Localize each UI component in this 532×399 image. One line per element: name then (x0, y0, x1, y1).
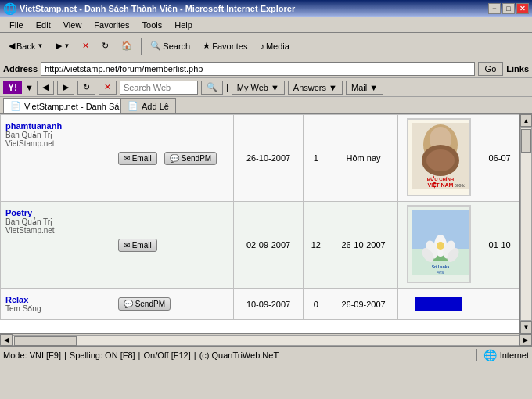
join-date-1: 26-10-2007 (234, 115, 303, 202)
page-icon-2: 📄 (128, 101, 138, 111)
svg-text:BƯU CHÍNH: BƯU CHÍNH (427, 175, 454, 182)
tab-vietstamp[interactable]: 📄 VietStamp.net - Danh Sách Thà... ✕ (3, 98, 120, 113)
username-link-1[interactable]: phamtuananh (5, 121, 62, 131)
status-mode: Mode: VNI [F9] (3, 350, 61, 360)
menu-view[interactable]: View (57, 19, 88, 31)
stop-button[interactable]: ✕ (77, 36, 95, 56)
scroll-down-button[interactable]: ▼ (520, 321, 532, 333)
tab-label-1: VietStamp.net - Danh Sách Thà... (24, 102, 120, 111)
favorites-button[interactable]: ★ Favorites (197, 36, 253, 56)
tab-label-2: Add Lê (142, 102, 169, 111)
email-button-1[interactable]: ✉ Email (118, 152, 157, 165)
username-link-2[interactable]: Poetry (5, 208, 32, 217)
forward-arrow-icon: ▼ (63, 42, 70, 49)
menu-file[interactable]: File (3, 19, 30, 31)
yahoo-forward-button[interactable]: ▶ (57, 81, 74, 95)
h-scroll-thumb[interactable] (14, 336, 77, 346)
forward-button[interactable]: ▶ ▼ (50, 36, 75, 56)
stamp-svg-1: BƯU CHÍNH VIỆT NAM 6000đ (408, 120, 471, 196)
tab-bar: 📄 VietStamp.net - Danh Sách Thà... ✕ 📄 A… (0, 97, 532, 114)
scroll-thumb[interactable] (521, 129, 531, 153)
yahoo-refresh-button[interactable]: ↻ (77, 81, 95, 95)
minimize-button[interactable]: − (488, 3, 501, 14)
menu-edit[interactable]: Edit (30, 19, 57, 31)
svg-text:Sri Lanka: Sri Lanka (432, 264, 450, 269)
stamp-cell-2: Sri Lanka 4rs (398, 202, 480, 289)
back-button[interactable]: ◀ Back ▼ (3, 36, 49, 56)
back-icon: ◀ (9, 41, 15, 51)
members-table: phamtuananh Ban Quản Trị VietStamp.net ✉… (0, 114, 519, 320)
table-row: phamtuananh Ban Quản Trị VietStamp.net ✉… (1, 115, 519, 202)
search-web-button[interactable]: 🔍 (201, 81, 223, 95)
pm-button-3[interactable]: 💬 SendPM (118, 297, 171, 311)
stamp-date-3 (480, 289, 519, 320)
content-area: phamtuananh Ban Quản Trị VietStamp.net ✉… (0, 114, 532, 333)
go-button[interactable]: Go (478, 62, 504, 76)
yahoo-dropdown-icon: ▼ (25, 83, 34, 92)
email-icon-2: ✉ (124, 241, 130, 250)
stamp-svg-2: Sri Lanka 4rs (408, 207, 471, 283)
status-copyright: (c) QuanTriWeb.NeT (200, 350, 279, 360)
home-button[interactable]: 🏠 (116, 36, 138, 56)
toolbar-separator (141, 38, 142, 55)
search-web-input[interactable] (120, 81, 198, 95)
site-1: VietStamp.net (5, 139, 108, 148)
email-icon: ✉ (124, 154, 130, 163)
status-bar: Mode: VNI [F9] | Spelling: ON [F8] | On/… (0, 346, 532, 363)
search-button[interactable]: 🔍 Search (145, 36, 196, 56)
internet-zone: 🌐 Internet (476, 349, 529, 361)
answers-button[interactable]: Answers ▼ (288, 81, 343, 95)
posts-3: 0 (303, 289, 329, 320)
stop-icon: ✕ (82, 41, 89, 51)
menu-help[interactable]: Help (168, 19, 199, 31)
h-scroll-track[interactable] (13, 335, 519, 346)
yahoo-toolbar: Y! ▼ ◀ ▶ ↻ ✕ 🔍 | My Web ▼ Answers ▼ Mail… (0, 78, 532, 97)
blue-bar (415, 297, 462, 311)
vertical-scrollbar[interactable]: ▲ ▼ (519, 114, 532, 333)
site-2: VietStamp.net (5, 226, 108, 235)
menu-tools[interactable]: Tools (136, 19, 169, 31)
table-row: Relax Tem Sống 💬 SendPM 10-09-2007 0 26-… (1, 289, 519, 320)
tab-adduser[interactable]: 📄 Add Lê (120, 98, 176, 113)
stamp-date-1: 06-07 (480, 115, 519, 202)
last-active-3: 26-09-2007 (329, 289, 397, 320)
search-icon: 🔍 (150, 41, 161, 51)
status-sep3: | (194, 350, 196, 360)
status-left: Mode: VNI [F9] | Spelling: ON [F8] | On/… (3, 350, 470, 360)
close-button[interactable]: ✕ (516, 3, 529, 14)
svg-point-18 (437, 242, 444, 250)
scroll-track[interactable] (520, 127, 532, 321)
title-bar-controls: − □ ✕ (488, 3, 529, 14)
menu-bar: File Edit View Favorites Tools Help (0, 17, 532, 33)
scroll-up-button[interactable]: ▲ (520, 114, 532, 127)
maximize-button[interactable]: □ (502, 3, 515, 14)
svg-text:4rs: 4rs (437, 270, 444, 275)
status-sep2: | (138, 350, 141, 360)
last-active-1: Hôm nay (329, 115, 397, 202)
email-button-2[interactable]: ✉ Email (118, 239, 157, 252)
address-input[interactable] (41, 62, 475, 76)
refresh-icon: ↻ (102, 41, 109, 51)
scroll-left-button[interactable]: ◀ (0, 334, 13, 346)
pm-button-1[interactable]: 💬 SendPM (164, 152, 217, 165)
menu-favorites[interactable]: Favorites (88, 19, 135, 31)
links-label: Links (506, 64, 529, 74)
username-link-3[interactable]: Relax (5, 295, 28, 304)
media-icon: ♪ (260, 41, 264, 51)
yahoo-back-button[interactable]: ◀ (37, 81, 54, 95)
toolbar: ◀ Back ▼ ▶ ▼ ✕ ↻ 🏠 🔍 Search ★ Favorites … (0, 33, 532, 59)
scroll-right-button[interactable]: ▶ (519, 334, 532, 346)
yahoo-stop-button[interactable]: ✕ (99, 81, 117, 95)
pm-icon-3: 💬 (124, 300, 133, 308)
horizontal-scrollbar[interactable]: ◀ ▶ (0, 333, 532, 346)
refresh-button[interactable]: ↻ (96, 36, 114, 56)
address-bar: Address Go Links (0, 59, 532, 78)
address-label: Address (3, 64, 38, 74)
pm-icon: 💬 (170, 154, 179, 163)
star-icon: ★ (203, 41, 210, 51)
mail-button[interactable]: Mail ▼ (346, 81, 383, 95)
status-toggle: On/Off [F12] (143, 350, 190, 360)
myweb-button[interactable]: My Web ▼ (232, 81, 285, 95)
media-button[interactable]: ♪ Media (254, 36, 294, 56)
title-bar-left: 🌐 VietStamp.net - Danh Sách Thành Viên -… (3, 2, 295, 15)
